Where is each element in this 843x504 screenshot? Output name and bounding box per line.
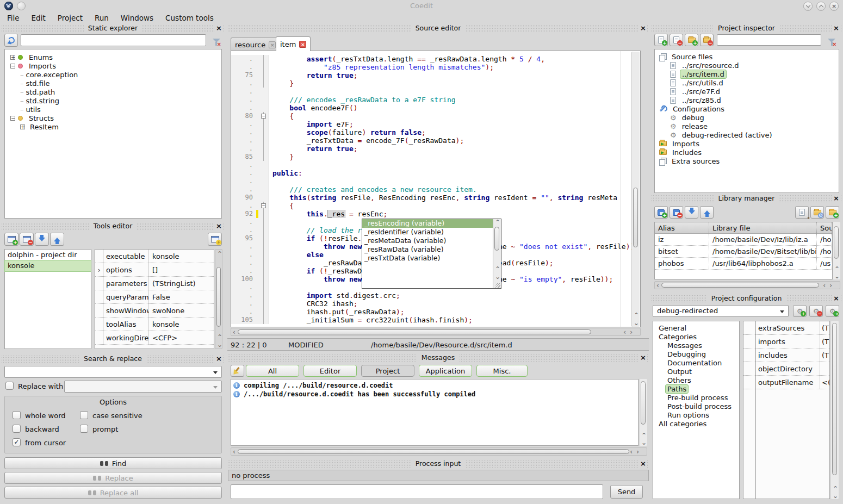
scroll-up-icon[interactable]: ⌃: [634, 313, 639, 318]
category-item[interactable]: Pre-build process: [653, 393, 739, 402]
property-value[interactable]: (T: [820, 321, 829, 335]
tree-item[interactable]: – utils: [5, 105, 221, 114]
editor-hscrollbar[interactable]: ‹ ‹ ›: [231, 328, 641, 336]
code-line[interactable]: . "z85 representation length mismatches"…: [231, 63, 640, 71]
filter-button-application[interactable]: Application: [419, 365, 472, 377]
scroll-left-icon[interactable]: ‹: [823, 283, 826, 288]
scroll-right-icon[interactable]: ›: [630, 329, 633, 335]
property-row[interactable]: ›options[]: [95, 263, 214, 277]
library-row[interactable]: phobos/usr/lib64/libphobos2.a/us: [655, 258, 832, 270]
code-line[interactable]: . /// encodes _resRawData to a e7F strin…: [231, 96, 640, 104]
inspector-item[interactable]: Extra sources: [655, 157, 839, 165]
config-property-row[interactable]: includes(T: [743, 349, 829, 362]
column-header-sou[interactable]: Sou: [817, 222, 832, 234]
scroll-up-icon[interactable]: ⌃: [495, 220, 500, 225]
completion-item[interactable]: _resRawData (variable): [362, 245, 493, 254]
message-row[interactable]: icompiling /.../build/resource.d.coedit: [231, 381, 638, 390]
property-value[interactable]: (TStringList): [149, 277, 214, 290]
refresh-button[interactable]: [4, 34, 18, 47]
scroll-up-icon[interactable]: ⌃: [834, 266, 840, 272]
tab-item[interactable]: item ×: [276, 36, 311, 51]
scroll-left-icon[interactable]: ‹: [623, 329, 626, 335]
close-panel-icon[interactable]: ×: [639, 459, 647, 468]
expand-icon[interactable]: +: [10, 55, 15, 60]
scroll-down-icon[interactable]: ⌄: [834, 273, 840, 279]
fold-collapse-icon[interactable]: −: [261, 203, 266, 208]
code-line[interactable]: . bool encodee7F(): [231, 104, 640, 112]
inspector-item[interactable]: ../src/utils.d: [655, 78, 839, 87]
inspector-item[interactable]: Includes: [655, 148, 839, 157]
property-row[interactable]: workingDire<CFP>: [95, 331, 214, 345]
tree-item[interactable]: +ResItem: [5, 122, 221, 131]
tree-item[interactable]: −Imports: [5, 61, 221, 70]
messages-vscrollbar[interactable]: ⌃ ⌄: [640, 379, 647, 446]
send-button[interactable]: Send: [610, 485, 643, 499]
collapse-icon[interactable]: −: [10, 116, 15, 121]
category-item[interactable]: All categories: [653, 419, 739, 428]
menu-project[interactable]: Project: [53, 14, 90, 22]
close-panel-icon[interactable]: ×: [832, 194, 840, 202]
code-line[interactable]: . }: [231, 79, 640, 88]
scroll-left-icon[interactable]: ‹: [233, 329, 235, 335]
code-line[interactable]: .public:: [231, 169, 640, 177]
scrollbar-thumb[interactable]: [216, 267, 221, 327]
category-item[interactable]: Paths: [653, 384, 739, 393]
explorer-search-input[interactable]: [21, 34, 206, 46]
completion-item[interactable]: _resIdentifier (variable): [362, 228, 493, 237]
property-row[interactable]: toolAliaskonsole: [95, 318, 214, 331]
tree-item[interactable]: – core.exception: [5, 70, 221, 79]
scroll-down-icon[interactable]: ⌄: [634, 320, 639, 326]
category-item[interactable]: Messages: [653, 341, 739, 350]
library-from-folder-button[interactable]: ⚙: [810, 206, 824, 219]
close-panel-icon[interactable]: ×: [215, 222, 223, 230]
property-value[interactable]: <CFP>: [149, 331, 214, 345]
scrollbar-thumb[interactable]: [238, 449, 629, 454]
completion-item[interactable]: _resTxtData (variable): [362, 254, 493, 263]
scroll-up-icon[interactable]: ⌃: [217, 334, 222, 340]
scroll-up-icon[interactable]: ⌃: [495, 266, 500, 272]
column-header-alias[interactable]: Alias: [655, 222, 709, 234]
tree-item[interactable]: −Structs: [5, 114, 221, 122]
tree-item[interactable]: – std.path: [5, 88, 221, 96]
inspector-filter-input[interactable]: [717, 34, 821, 46]
category-item[interactable]: Others: [653, 376, 739, 384]
scrollbar-thumb[interactable]: [834, 226, 839, 259]
scroll-down-icon[interactable]: ⌄: [495, 274, 500, 279]
scroll-down-icon[interactable]: ⌄: [833, 493, 838, 499]
property-value[interactable]: []: [149, 263, 214, 277]
inspector-item[interactable]: ⚙release: [655, 122, 839, 130]
scroll-down-icon[interactable]: ⌄: [641, 440, 647, 445]
code-line[interactable]: . CRC32 ihash;: [231, 300, 640, 308]
code-line[interactable]: .: [231, 177, 640, 185]
category-item[interactable]: Post-build process: [653, 402, 739, 410]
filter-button-all[interactable]: All: [246, 365, 299, 377]
scrollbar-thumb[interactable]: [238, 329, 591, 334]
move-tool-down-button[interactable]: [35, 233, 49, 246]
close-button[interactable]: ×: [829, 2, 839, 11]
property-value[interactable]: [820, 362, 829, 376]
inspector-item[interactable]: ⚙debug-redirected (active): [655, 130, 839, 139]
scrollbar-thumb[interactable]: [832, 323, 837, 475]
code-line[interactable]: . import e7F;: [231, 120, 640, 128]
inspector-item[interactable]: ../src/z85.d: [655, 96, 839, 104]
scrollbar-thumb[interactable]: [633, 188, 638, 247]
column-header-library-file[interactable]: Library file: [709, 222, 817, 234]
option-checkbox-backward[interactable]: [13, 425, 21, 433]
close-panel-icon[interactable]: ×: [832, 294, 840, 302]
replace-button[interactable]: Replace: [4, 472, 222, 484]
completion-item[interactable]: _resMetaData (variable): [362, 237, 493, 245]
popup-scrollbar[interactable]: ⌃ ⌃ ⌄: [493, 219, 501, 288]
option-checkbox-prompt[interactable]: [80, 425, 88, 433]
property-row[interactable]: queryParameFalse: [95, 290, 214, 304]
property-value[interactable]: False: [149, 290, 214, 304]
tab-close-icon[interactable]: ×: [299, 41, 306, 48]
property-value[interactable]: konsole: [149, 250, 214, 263]
category-item[interactable]: Categories: [653, 332, 739, 341]
tool-list-item[interactable]: konsole: [5, 260, 91, 271]
scroll-up-icon[interactable]: ⌃: [833, 486, 838, 491]
search-term-combobox[interactable]: [4, 366, 222, 378]
property-value[interactable]: <(: [820, 376, 829, 389]
code-line[interactable]: 90 this(string resFile, ResEncoding resE…: [231, 194, 640, 202]
tree-item[interactable]: – std.string: [5, 96, 221, 105]
add-source-button[interactable]: +: [654, 34, 668, 46]
